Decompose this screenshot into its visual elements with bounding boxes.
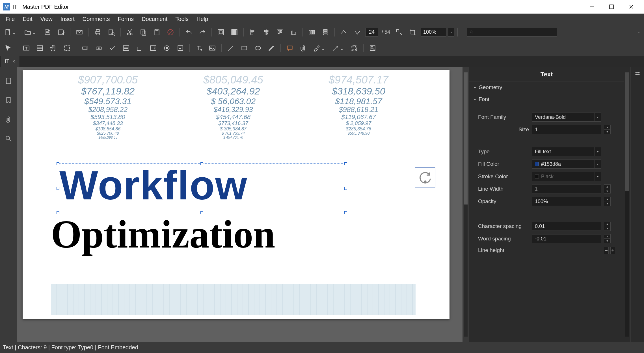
rotate-handle[interactable] [415,167,435,188]
section-geometry[interactable]: Geometry [472,81,621,93]
email-button[interactable] [74,27,85,38]
resize-handle-nw[interactable] [57,162,59,165]
bookmarks-panel-button[interactable] [3,94,14,106]
next-page-button[interactable] [352,27,363,38]
menu-file[interactable]: File [2,14,19,24]
menu-edit[interactable]: Edit [19,14,36,24]
resize-handle-e[interactable] [344,187,347,190]
fit-page-button[interactable] [215,27,226,38]
fill-color-dropdown[interactable]: ▾ [595,160,601,169]
print-preview-button[interactable] [106,27,117,38]
minimize-button[interactable] [582,0,602,14]
menu-insert[interactable]: Insert [57,14,79,24]
ellipse-tool[interactable] [252,42,263,54]
signature-field-tool[interactable] [134,42,145,54]
undo-button[interactable] [183,27,195,38]
highlighter-tool[interactable] [311,42,323,54]
pdf-page[interactable]: $907,700.05$767,119.82$549,573.31$208,95… [23,70,449,319]
tab-it[interactable]: IT ✕ [1,56,20,67]
copy-button[interactable] [138,27,149,38]
save-button[interactable] [42,27,53,38]
menu-forms[interactable]: Forms [114,14,138,24]
fill-color-select[interactable]: #153d8a [532,160,595,169]
close-button[interactable] [621,0,641,14]
type-select[interactable]: Fill text [532,147,595,156]
cut-button[interactable] [124,27,135,38]
canvas-viewport[interactable]: $907,700.05$767,119.82$549,573.31$208,95… [17,67,463,342]
pages-panel-button[interactable] [3,75,14,87]
align-bottom-button[interactable] [288,27,299,38]
pencil-tool[interactable] [266,42,277,54]
panel-scrollbar[interactable] [624,67,630,342]
word-spacing-input[interactable]: -0.01 [532,234,601,243]
menu-help[interactable]: Help [193,14,212,24]
distribute-h-button[interactable] [306,27,317,38]
attachments-panel-button[interactable] [3,114,14,125]
prohibit-icon[interactable] [165,27,176,38]
line-height-buttons[interactable]: −+ [604,247,615,254]
font-family-select[interactable]: Verdana-Bold [532,113,595,122]
resize-handle-se[interactable] [344,211,347,214]
search-panel-button[interactable] [3,133,14,144]
text-optimization[interactable]: Optimization [51,211,275,257]
arrow-tool[interactable] [330,42,341,54]
print-button[interactable] [92,27,103,38]
font-size-input[interactable]: 1 [532,125,601,134]
zoom-select[interactable]: 100% [421,28,446,36]
tab-close-icon[interactable]: ✕ [12,59,16,64]
crop-button[interactable] [407,27,418,38]
menu-document[interactable]: Document [138,14,171,24]
font-size-spinner[interactable]: ▲▼ [604,125,611,134]
new-doc-button[interactable] [2,27,14,38]
settings-sliders-icon[interactable] [634,71,641,78]
insert-text-tool[interactable]: + [193,42,204,54]
hand-tool[interactable] [48,42,59,54]
type-dropdown[interactable]: ▾ [595,147,601,156]
open-button[interactable] [22,27,33,38]
comment-tool[interactable] [284,42,295,54]
line-height-plus[interactable]: + [610,247,615,254]
radio-tool[interactable] [161,42,172,54]
toolbar-overflow[interactable] [636,28,642,36]
select-area-tool[interactable] [61,42,73,54]
resize-handle-w[interactable] [57,187,59,190]
section-font[interactable]: Font [472,93,621,105]
prev-page-button[interactable] [338,27,349,38]
save-as-button[interactable] [55,27,67,38]
resize-handle-ne[interactable] [344,162,347,165]
menu-tools[interactable]: Tools [171,14,193,24]
line-height-minus[interactable]: − [604,247,609,254]
menu-view[interactable]: View [36,14,57,24]
combobox-tool[interactable] [148,42,159,54]
text-selection-box[interactable] [58,163,346,213]
char-spacing-input[interactable]: 0.01 [532,222,601,231]
align-left-button[interactable] [247,27,258,38]
maximize-button[interactable] [602,0,621,14]
stamp-tool[interactable] [367,42,378,54]
resize-handle-n[interactable] [200,162,203,165]
paste-button[interactable] [151,27,163,38]
distribute-v-button[interactable] [320,27,331,38]
font-family-dropdown[interactable]: ▾ [595,113,601,122]
zoom-dropdown[interactable] [448,28,454,36]
redo-button[interactable] [197,27,208,38]
page-number-input[interactable] [365,28,378,36]
attachment-tool[interactable] [298,42,309,54]
checkbox-tool[interactable] [107,42,118,54]
select-tool[interactable] [2,42,14,54]
word-spacing-spinner[interactable]: ▲▼ [604,234,611,243]
rectangle-tool[interactable] [239,42,250,54]
align-top-button[interactable] [274,27,286,38]
sign-here-tool[interactable] [175,42,186,54]
opacity-input[interactable]: 100% [532,197,601,206]
opacity-spinner[interactable]: ▲▼ [604,197,611,206]
button-tool[interactable] [93,42,105,54]
edit-forms-tool[interactable] [34,42,46,54]
fit-width-button[interactable] [229,27,240,38]
search-box[interactable] [467,28,557,36]
text-field-tool[interactable] [80,42,91,54]
line-tool[interactable] [225,42,236,54]
menu-comments[interactable]: Comments [79,14,114,24]
listbox-tool[interactable] [120,42,132,54]
align-center-button[interactable] [261,27,272,38]
